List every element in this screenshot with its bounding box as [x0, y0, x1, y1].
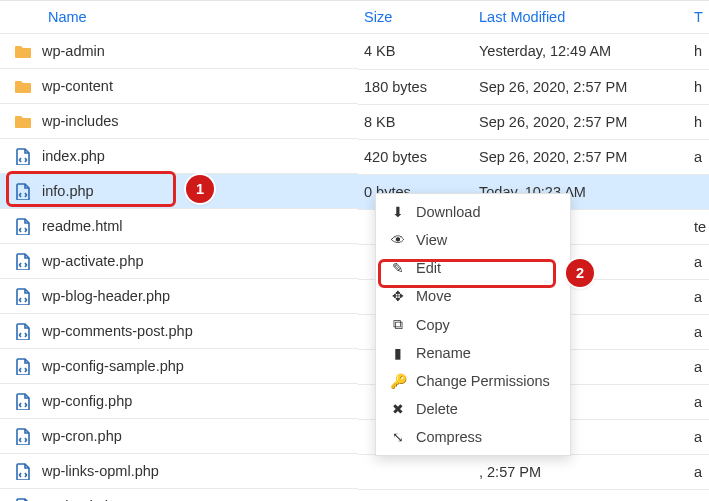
file-size: 3.25 KB — [358, 489, 473, 501]
delete-icon: ✖ — [390, 401, 406, 417]
table-row[interactable]: wp-load.php3.25 KBSep 26, 2020, 2:57 PMa — [0, 489, 709, 501]
menu-item-label: Edit — [416, 260, 441, 276]
column-header-type[interactable]: T — [688, 1, 709, 34]
file-code-icon — [14, 462, 32, 480]
column-header-name[interactable]: Name — [0, 1, 358, 34]
table-row[interactable]: wp-links-opml.php, 2:57 PMa — [0, 454, 709, 489]
context-menu: ⬇Download👁View✎Edit✥Move⧉Copy▮Rename🔑Cha… — [375, 193, 571, 456]
file-code-icon — [14, 217, 32, 235]
file-size: 420 bytes — [358, 139, 473, 174]
edit-icon: ✎ — [390, 260, 406, 276]
file-code-icon — [14, 497, 32, 501]
file-code-icon — [14, 252, 32, 270]
file-size: 4 KB — [358, 34, 473, 70]
copy-icon: ⧉ — [390, 316, 406, 333]
file-name: wp-links-opml.php — [42, 463, 159, 479]
table-row[interactable]: wp-comments-post.php, 2:57 PMa — [0, 314, 709, 349]
table-row[interactable]: wp-admin4 KBYesterday, 12:49 AMh — [0, 34, 709, 70]
file-manager-window: Name Size Last Modified T wp-admin4 KBYe… — [0, 0, 709, 501]
menu-item-rename[interactable]: ▮Rename — [376, 339, 570, 367]
menu-item-view[interactable]: 👁View — [376, 226, 570, 254]
menu-item-compress[interactable]: ⤡Compress — [376, 423, 570, 451]
table-row[interactable]: readme.html, 2:57 PMte — [0, 209, 709, 244]
table-row[interactable]: wp-config.php, 3:04 PMa — [0, 384, 709, 419]
file-type-col — [688, 174, 709, 209]
compress-icon: ⤡ — [390, 429, 406, 445]
menu-item-change-permissions[interactable]: 🔑Change Permissions — [376, 367, 570, 395]
file-type-col: a — [688, 349, 709, 384]
file-modified: , 2:57 PM — [473, 454, 688, 489]
table-row[interactable]: info.php0 bytesToday, 10:23 AM — [0, 174, 709, 209]
table-row[interactable]: wp-config-sample.php, 2:57 PMa — [0, 349, 709, 384]
menu-item-edit[interactable]: ✎Edit — [376, 254, 570, 282]
file-type-col: a — [688, 489, 709, 501]
menu-item-label: Compress — [416, 429, 482, 445]
file-type-col: a — [688, 244, 709, 279]
table-row[interactable]: wp-content180 bytesSep 26, 2020, 2:57 PM… — [0, 69, 709, 104]
menu-item-label: Delete — [416, 401, 458, 417]
file-name: index.php — [42, 148, 105, 164]
file-type-col: h — [688, 104, 709, 139]
table-row[interactable]: wp-includes8 KBSep 26, 2020, 2:57 PMh — [0, 104, 709, 139]
menu-item-label: Download — [416, 204, 481, 220]
table-row[interactable]: wp-blog-header.php, 2:57 PMa — [0, 279, 709, 314]
file-code-icon — [14, 322, 32, 340]
file-name: wp-blog-header.php — [42, 288, 170, 304]
file-type-col: a — [688, 139, 709, 174]
file-type-col: a — [688, 419, 709, 454]
file-name: wp-cron.php — [42, 428, 122, 444]
file-name: wp-content — [42, 78, 113, 94]
menu-item-download[interactable]: ⬇Download — [376, 198, 570, 226]
file-type-col: a — [688, 454, 709, 489]
file-name: readme.html — [42, 218, 123, 234]
file-code-icon — [14, 287, 32, 305]
menu-item-label: Move — [416, 288, 451, 304]
menu-item-label: Copy — [416, 317, 450, 333]
rename-icon: ▮ — [390, 345, 406, 361]
file-type-col: a — [688, 314, 709, 349]
view-icon: 👁 — [390, 232, 406, 248]
file-modified: Sep 26, 2020, 2:57 PM — [473, 139, 688, 174]
file-code-icon — [14, 182, 32, 200]
column-header-size[interactable]: Size — [358, 1, 473, 34]
file-type-col: h — [688, 34, 709, 70]
file-modified: Sep 26, 2020, 2:57 PM — [473, 104, 688, 139]
file-size: 8 KB — [358, 104, 473, 139]
file-size: 180 bytes — [358, 69, 473, 104]
permissions-icon: 🔑 — [390, 373, 406, 389]
file-name: wp-config.php — [42, 393, 132, 409]
column-header-modified[interactable]: Last Modified — [473, 1, 688, 34]
table-row[interactable]: wp-activate.php, 2:57 PMa — [0, 244, 709, 279]
menu-item-label: Change Permissions — [416, 373, 550, 389]
file-type-col: h — [688, 69, 709, 104]
file-name: wp-includes — [42, 113, 119, 129]
table-row[interactable]: wp-cron.php, 2:57 PMa — [0, 419, 709, 454]
file-code-icon — [14, 392, 32, 410]
menu-item-label: Rename — [416, 345, 471, 361]
file-name: wp-config-sample.php — [42, 358, 184, 374]
annotation-step-1: 1 — [186, 175, 214, 203]
file-modified: Sep 26, 2020, 2:57 PM — [473, 69, 688, 104]
menu-item-delete[interactable]: ✖Delete — [376, 395, 570, 423]
folder-icon — [14, 112, 32, 130]
file-size — [358, 454, 473, 489]
file-name: wp-comments-post.php — [42, 323, 193, 339]
file-name: wp-admin — [42, 43, 105, 59]
table-row[interactable]: index.php420 bytesSep 26, 2020, 2:57 PMa — [0, 139, 709, 174]
menu-item-label: View — [416, 232, 447, 248]
file-name: wp-activate.php — [42, 253, 144, 269]
file-name: info.php — [42, 183, 94, 199]
menu-item-move[interactable]: ✥Move — [376, 282, 570, 310]
folder-icon — [14, 77, 32, 95]
download-icon: ⬇ — [390, 204, 406, 220]
file-code-icon — [14, 147, 32, 165]
file-type-col: a — [688, 279, 709, 314]
folder-icon — [14, 42, 32, 60]
file-code-icon — [14, 357, 32, 375]
menu-item-copy[interactable]: ⧉Copy — [376, 310, 570, 339]
move-icon: ✥ — [390, 288, 406, 304]
file-type-col: a — [688, 384, 709, 419]
file-code-icon — [14, 427, 32, 445]
file-table: Name Size Last Modified T wp-admin4 KBYe… — [0, 1, 709, 501]
file-modified: Sep 26, 2020, 2:57 PM — [473, 489, 688, 501]
